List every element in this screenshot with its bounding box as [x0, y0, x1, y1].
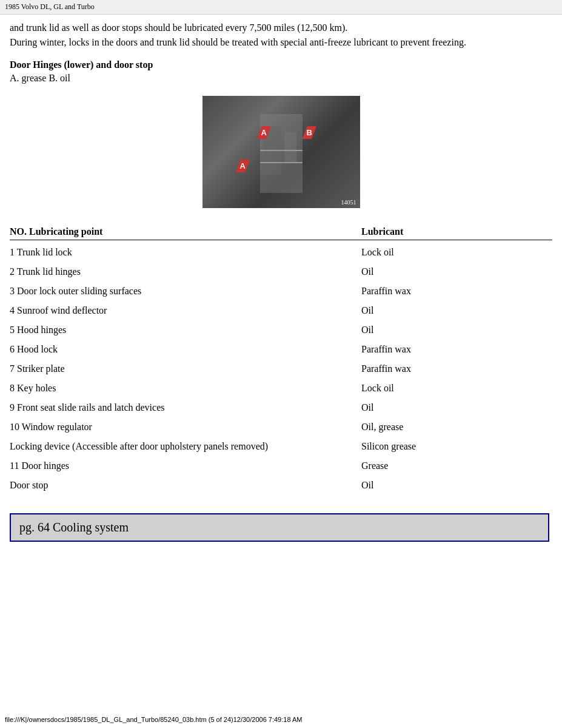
lubricating-point: 8 Key holes [10, 381, 361, 396]
lubricant-value: Oil [361, 478, 552, 493]
lubricating-point: 11 Door hinges [10, 459, 361, 473]
lubricating-point: 7 Striker plate [10, 362, 361, 376]
lubricant-value: Paraffin wax [361, 342, 552, 357]
section-heading: Door Hinges (lower) and door stop [10, 59, 552, 70]
title-bar: 1985 Volvo DL, GL and Turbo [0, 0, 562, 15]
table-row: 4 Sunroof wind deflectorOil [10, 301, 552, 320]
intro-line2: During winter, locks in the doors and tr… [10, 35, 552, 50]
page-link-text[interactable]: pg. 64 Cooling system [19, 521, 129, 534]
lubricating-point: Locking device (Accessible after door up… [10, 439, 361, 454]
table-rows: 1 Trunk lid lockLock oil2 Trunk lid hing… [10, 243, 552, 495]
intro-paragraph: and trunk lid as well as door stops shou… [10, 21, 552, 50]
table-row: 7 Striker plateParaffin wax [10, 359, 552, 379]
lubricating-point: 2 Trunk lid hinges [10, 265, 361, 279]
table-row: 8 Key holesLock oil [10, 379, 552, 398]
table-header: NO. Lubricating point Lubricant [10, 226, 552, 240]
lubricant-value: Paraffin wax [361, 362, 552, 376]
header-col2: Lubricant [361, 226, 552, 237]
table-row: Door stopOil [10, 476, 552, 495]
lubricating-point: 3 Door lock outer sliding surfaces [10, 284, 361, 298]
lubricant-value: Oil [361, 400, 552, 415]
table-row: 11 Door hingesGrease [10, 456, 552, 476]
intro-line1: and trunk lid as well as door stops shou… [10, 21, 552, 35]
diagram-caption: 14051 [341, 199, 356, 206]
status-bar: file:///K|/ownersdocs/1985/1985_DL_GL_an… [0, 716, 562, 723]
lubricating-point: Door stop [10, 478, 361, 493]
table-row: 9 Front seat slide rails and latch devic… [10, 398, 552, 417]
table-row: 3 Door lock outer sliding surfacesParaff… [10, 281, 552, 301]
lubricating-point: 6 Hood lock [10, 342, 361, 357]
table-row: 1 Trunk lid lockLock oil [10, 243, 552, 262]
lubricant-value: Lock oil [361, 245, 552, 260]
lubrication-table: NO. Lubricating point Lubricant 1 Trunk … [10, 226, 552, 495]
lubricating-point: 1 Trunk lid lock [10, 245, 361, 260]
lubricant-value: Oil [361, 303, 552, 318]
diagram-container: A B A 14051 [10, 96, 552, 208]
lubricating-point: 4 Sunroof wind deflector [10, 303, 361, 318]
table-row: 10 Window regulatorOil, grease [10, 417, 552, 437]
lubricant-value: Oil [361, 323, 552, 337]
lubricant-value: Paraffin wax [361, 284, 552, 298]
lubricating-point: 10 Window regulator [10, 420, 361, 434]
svg-rect-2 [284, 132, 296, 163]
table-row: 5 Hood hingesOil [10, 320, 552, 340]
table-row: Locking device (Accessible after door up… [10, 437, 552, 456]
page-link-box[interactable]: pg. 64 Cooling system [10, 513, 549, 542]
title-text: 1985 Volvo DL, GL and Turbo [5, 2, 95, 11]
lubricating-point: 5 Hood hinges [10, 323, 361, 337]
diagram-svg [202, 96, 360, 208]
status-text: file:///K|/ownersdocs/1985/1985_DL_GL_an… [5, 716, 302, 723]
lubricant-value: Oil, grease [361, 420, 552, 434]
table-row: 6 Hood lockParaffin wax [10, 340, 552, 359]
main-content: and trunk lid as well as door stops shou… [0, 15, 562, 578]
sub-heading: A. grease B. oil [10, 73, 552, 84]
header-col1: NO. Lubricating point [10, 226, 361, 237]
lubricant-value: Lock oil [361, 381, 552, 396]
lubricant-value: Oil [361, 265, 552, 279]
table-row: 2 Trunk lid hingesOil [10, 262, 552, 281]
diagram-image: A B A 14051 [202, 96, 360, 208]
lubricant-value: Silicon grease [361, 439, 552, 454]
lubricating-point: 9 Front seat slide rails and latch devic… [10, 400, 361, 415]
lubricant-value: Grease [361, 459, 552, 473]
